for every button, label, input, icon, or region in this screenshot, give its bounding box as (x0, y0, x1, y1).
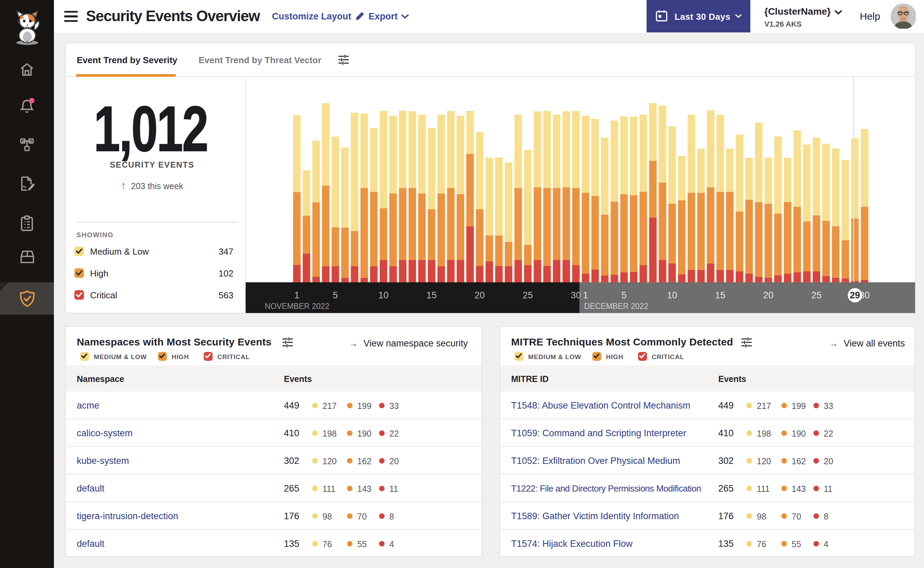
svg-text:30: 30 (571, 290, 581, 301)
svg-text:5: 5 (333, 290, 338, 301)
svg-text:15: 15 (427, 290, 437, 301)
svg-text:15: 15 (715, 290, 725, 301)
svg-text:20: 20 (475, 290, 485, 301)
svg-text:DECEMBER 2022: DECEMBER 2022 (584, 302, 648, 311)
svg-text:10: 10 (667, 290, 677, 301)
svg-text:5: 5 (621, 290, 627, 301)
svg-text:1: 1 (583, 290, 588, 301)
svg-text:29: 29 (850, 290, 860, 301)
svg-text:20: 20 (763, 290, 773, 301)
svg-text:1: 1 (294, 290, 299, 301)
svg-text:10: 10 (378, 290, 389, 301)
svg-text:NOVEMBER 2022: NOVEMBER 2022 (265, 302, 329, 311)
svg-text:25: 25 (811, 290, 822, 301)
svg-text:25: 25 (523, 290, 533, 301)
